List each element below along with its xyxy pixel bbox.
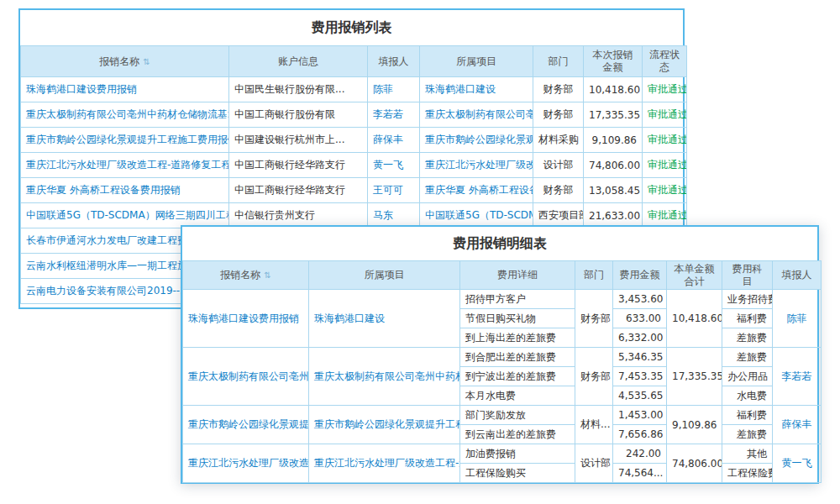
filler-link[interactable]: 陈菲: [368, 77, 420, 102]
expense-amount-cell: 7,656.86: [613, 425, 667, 444]
dept-cell: 财务部: [575, 348, 613, 406]
column-header-project: 所属项目: [420, 46, 533, 77]
dept-cell: 财务部: [533, 178, 584, 203]
project-link[interactable]: 珠海鹤港口建设: [309, 290, 460, 348]
category-cell: 差旅费: [722, 348, 773, 367]
column-header-dept: 部门: [575, 261, 613, 290]
expense-detail-cell: 到合肥出差的差旅费: [460, 348, 575, 367]
category-cell: 福利费: [722, 406, 773, 425]
project-link[interactable]: 重庆华夏 外高桥工程设备: [420, 178, 533, 203]
dept-cell: 材料采购: [533, 128, 584, 153]
project-link[interactable]: 重庆江北污水处理厂级改造工程-道路修复工: [309, 444, 460, 483]
project-link[interactable]: 重庆太极制药有限公司亳州中...: [420, 102, 533, 128]
expense-amount-cell: 6,332.00: [613, 328, 667, 348]
table-row: 重庆太极制药有限公司亳州中药材仓储物流基地项...中国工商银行股份有限李若若重庆…: [21, 102, 687, 128]
dept-cell: 西安项目部: [533, 203, 584, 228]
status-cell[interactable]: 审批通过: [643, 203, 687, 228]
expense-detail-panel: 费用报销明细表 报销名称⇅ 所属项目 费用详细 部门 费用金额 本单金额合计 费…: [181, 225, 819, 484]
table-row: 珠海鹤港口建设费用报销中国民生银行股份有限...陈菲珠海鹤港口建设财务部10,4…: [21, 77, 687, 102]
amount-cell: 74,806.00: [584, 153, 643, 178]
table-row: 重庆市鹅岭公园绿化景观提升工...重庆市鹅岭公园绿化景观提升工程施工部门奖励发放…: [183, 406, 822, 425]
reimbursement-name-link[interactable]: 重庆市鹅岭公园绿化景观提升工程施工费用报销: [21, 128, 229, 153]
dept-cell: 设计部: [575, 444, 613, 483]
filler-link[interactable]: 马东: [368, 203, 420, 228]
filler-link[interactable]: 薛保丰: [773, 406, 822, 444]
expense-detail-cell: 工程保险购买: [460, 464, 575, 483]
filler-link[interactable]: 王可可: [368, 178, 420, 203]
amount-cell: 10,418.60: [584, 77, 643, 102]
sort-icon[interactable]: ⇅: [264, 270, 270, 281]
expense-detail-cell: 到上海出差的差旅费: [460, 328, 575, 348]
expense-detail-cell: 节假日购买礼物: [460, 309, 575, 328]
expense-detail-cell: 招待甲方客户: [460, 290, 575, 309]
table-row: 重庆华夏 外高桥工程设备费用报销中国工商银行经华路支行王可可重庆华夏 外高桥工程…: [21, 178, 687, 203]
table-row: 中国联通5G（TD-SCDMA）网络三期四川工程费...中信银行贵州支行马东中国…: [21, 203, 687, 228]
total-amount-cell: 17,335.35: [667, 348, 722, 406]
table-row: 重庆市鹅岭公园绿化景观提升工程施工费用报销中国建设银行杭州市上...薛保丰重庆市…: [21, 128, 687, 153]
column-header-dept: 部门: [533, 46, 584, 77]
project-link[interactable]: 重庆江北污水处理厂级改造工...: [420, 153, 533, 178]
expense-amount-cell: 3,453.60: [613, 290, 667, 309]
status-cell[interactable]: 审批通过: [643, 77, 687, 102]
reimbursement-name-link[interactable]: 重庆江北污水处理厂级改造工程-...: [183, 444, 309, 483]
reimbursement-name-link[interactable]: 珠海鹤港口建设费用报销: [183, 290, 309, 348]
reimbursement-name-link[interactable]: 珠海鹤港口建设费用报销: [21, 77, 229, 102]
expense-detail-table: 报销名称⇅ 所属项目 费用详细 部门 费用金额 本单金额合计 费用科目 填报人 …: [182, 260, 822, 483]
column-header-name[interactable]: 报销名称⇅: [21, 46, 229, 77]
reimbursement-name-link[interactable]: 重庆江北污水处理厂级改造工程-道路修复工程费用...: [21, 153, 229, 178]
status-cell[interactable]: 审批通过: [643, 102, 687, 128]
project-link[interactable]: 珠海鹤港口建设: [420, 77, 533, 102]
project-link[interactable]: 中国联通5G（TD-SCDMA）网...: [420, 203, 533, 228]
reimbursement-name-link[interactable]: 重庆太极制药有限公司亳州中药材...: [183, 348, 309, 406]
reimbursement-name-link[interactable]: 重庆华夏 外高桥工程设备费用报销: [21, 178, 229, 203]
expense-amount-cell: 7,453.35: [613, 367, 667, 386]
table-row: 珠海鹤港口建设费用报销珠海鹤港口建设招待甲方客户财务部3,453.6010,41…: [183, 290, 822, 309]
category-cell: 办公用品: [722, 367, 773, 386]
status-cell[interactable]: 审批通过: [643, 128, 687, 153]
reimbursement-name-link[interactable]: 重庆太极制药有限公司亳州中药材仓储物流基地项...: [21, 102, 229, 128]
category-cell: 差旅费: [722, 328, 773, 348]
detail-table-header: 报销名称⇅ 所属项目 费用详细 部门 费用金额 本单金额合计 费用科目 填报人: [183, 261, 822, 290]
expense-detail-cell: 到宁波出差的差旅费: [460, 367, 575, 386]
expense-amount-cell: 1,453.00: [613, 406, 667, 425]
expense-amount-cell: 4,535.65: [613, 386, 667, 406]
reimbursement-name-link[interactable]: 重庆市鹅岭公园绿化景观提升工...: [183, 406, 309, 444]
category-cell: 差旅费: [722, 425, 773, 444]
filler-link[interactable]: 陈菲: [773, 290, 822, 348]
table-row: 重庆江北污水处理厂级改造工程-...重庆江北污水处理厂级改造工程-道路修复工加油…: [183, 444, 822, 464]
filler-link[interactable]: 李若若: [773, 348, 822, 406]
project-link[interactable]: 重庆市鹅岭公园绿化景观提升...: [420, 128, 533, 153]
sort-icon[interactable]: ⇅: [143, 57, 150, 68]
amount-cell: 13,058.45: [584, 178, 643, 203]
list-table-title: 费用报销列表: [20, 10, 683, 45]
project-link[interactable]: 重庆太极制药有限公司亳州中药材仓储物流...: [309, 348, 460, 406]
column-header-name[interactable]: 报销名称⇅: [183, 261, 309, 290]
reimbursement-name-link[interactable]: 中国联通5G（TD-SCDMA）网络三期四川工程费...: [21, 203, 229, 228]
list-table-header: 报销名称⇅ 账户信息 填报人 所属项目 部门 本次报销金额 流程状态: [21, 46, 687, 77]
project-link[interactable]: 重庆市鹅岭公园绿化景观提升工程施工: [309, 406, 460, 444]
column-header-expense-detail: 费用详细: [460, 261, 575, 290]
column-header-expense-amount: 费用金额: [613, 261, 667, 290]
filler-link[interactable]: 黄一飞: [773, 444, 822, 483]
expense-amount-cell: 5,346.35: [613, 348, 667, 367]
filler-link[interactable]: 黄一飞: [368, 153, 420, 178]
expense-detail-cell: 本月水电费: [460, 386, 575, 406]
filler-link[interactable]: 薛保丰: [368, 128, 420, 153]
column-header-name-label: 报销名称: [99, 55, 139, 67]
expense-detail-cell: 到云南出差的差旅费: [460, 425, 575, 444]
dept-cell: 财务部: [533, 102, 584, 128]
amount-cell: 21,633.00: [584, 203, 643, 228]
status-cell[interactable]: 审批通过: [643, 153, 687, 178]
column-header-total: 本单金额合计: [667, 261, 722, 290]
total-amount-cell: 74,806.00: [667, 444, 722, 483]
table-row: 重庆江北污水处理厂级改造工程-道路修复工程费用...中国工商银行经华路支行黄一飞…: [21, 153, 687, 178]
detail-table-body: 珠海鹤港口建设费用报销珠海鹤港口建设招待甲方客户财务部3,453.6010,41…: [183, 290, 822, 483]
table-row: 重庆太极制药有限公司亳州中药材...重庆太极制药有限公司亳州中药材仓储物流...…: [183, 348, 822, 367]
category-cell: 水电费: [722, 386, 773, 406]
status-cell[interactable]: 审批通过: [643, 178, 687, 203]
expense-amount-cell: 74,564...: [613, 464, 667, 483]
filler-link[interactable]: 李若若: [368, 102, 420, 128]
expense-detail-cell: 部门奖励发放: [460, 406, 575, 425]
detail-table-title: 费用报销明细表: [182, 227, 817, 260]
column-header-filler: 填报人: [773, 261, 822, 290]
